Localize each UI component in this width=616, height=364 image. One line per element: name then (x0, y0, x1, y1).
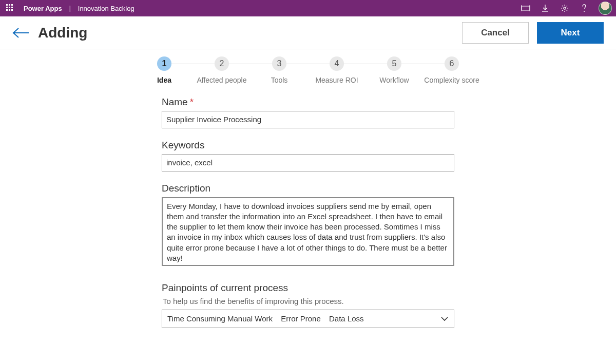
chevron-down-icon (440, 316, 449, 321)
step-number: 2 (215, 56, 229, 71)
field-description: Description (162, 183, 459, 268)
step-number: 3 (272, 56, 286, 71)
download-icon[interactable] (540, 3, 550, 13)
svg-point-5 (564, 7, 566, 9)
pain-chip: Error Prone (281, 314, 321, 323)
step-affected-people[interactable]: 2 Affected people (193, 56, 251, 85)
step-complexity-score[interactable]: 6 Complexity score (423, 56, 480, 85)
field-keywords: Keywords (162, 140, 459, 171)
help-icon[interactable] (579, 3, 589, 13)
form-container: Name* Keywords Description Painpoints of… (157, 88, 459, 328)
page-title: Adding (38, 25, 87, 41)
keywords-input[interactable] (162, 154, 454, 171)
field-name: Name* (162, 97, 459, 128)
required-mark: * (190, 97, 194, 107)
field-painpoints: Painpoints of current process To help us… (162, 282, 459, 328)
topbar-left: Power Apps | Innovation Backlog (4, 4, 134, 12)
painpoints-combobox[interactable]: Time Consuming Manual Work Error Prone D… (162, 310, 454, 328)
step-number: 6 (445, 56, 459, 71)
svg-rect-0 (522, 6, 530, 10)
next-button[interactable]: Next (537, 22, 604, 44)
command-bar: Adding Cancel Next (0, 16, 616, 49)
avatar[interactable] (599, 2, 612, 15)
brand-label: Power Apps (24, 5, 62, 12)
wizard-stepper: 1 Idea 2 Affected people 3 Tools 4 Measu… (0, 49, 616, 88)
step-measure-roi[interactable]: 4 Measure ROI (308, 56, 365, 85)
brand-divider: | (69, 5, 71, 12)
description-label: Description (162, 183, 459, 194)
pain-chip: Time Consuming Manual Work (167, 314, 273, 323)
step-idea[interactable]: 1 Idea (136, 56, 193, 85)
topbar-right (521, 2, 612, 15)
painpoints-helper: To help us find the benefits of improvin… (163, 297, 459, 305)
step-number: 5 (387, 56, 401, 71)
step-label: Workflow (365, 76, 423, 85)
step-label: Complexity score (423, 76, 480, 85)
step-label: Measure ROI (308, 76, 365, 85)
step-label: Affected people (193, 76, 251, 85)
waffle-icon[interactable] (6, 4, 14, 12)
name-label: Name* (162, 97, 459, 108)
step-number: 1 (157, 56, 171, 71)
description-textarea[interactable] (162, 197, 454, 266)
fit-icon[interactable] (521, 3, 531, 13)
cmdbar-right: Cancel Next (462, 22, 604, 44)
step-tools[interactable]: 3 Tools (251, 56, 308, 85)
step-label: Tools (251, 76, 308, 85)
global-topbar: Power Apps | Innovation Backlog (0, 0, 616, 16)
pain-chip: Data Loss (329, 314, 364, 323)
painpoints-values: Time Consuming Manual Work Error Prone D… (167, 314, 370, 323)
step-number: 4 (330, 56, 344, 71)
app-name: Innovation Backlog (78, 5, 134, 12)
step-label: Idea (136, 76, 193, 85)
keywords-label: Keywords (162, 140, 459, 151)
step-workflow[interactable]: 5 Workflow (365, 56, 423, 85)
cmdbar-left: Adding (12, 25, 87, 41)
gear-icon[interactable] (560, 3, 570, 13)
back-arrow-icon[interactable] (12, 27, 30, 39)
painpoints-label: Painpoints of current process (162, 282, 459, 294)
svg-point-6 (584, 11, 585, 12)
cancel-button[interactable]: Cancel (462, 22, 529, 44)
name-input[interactable] (162, 111, 454, 128)
